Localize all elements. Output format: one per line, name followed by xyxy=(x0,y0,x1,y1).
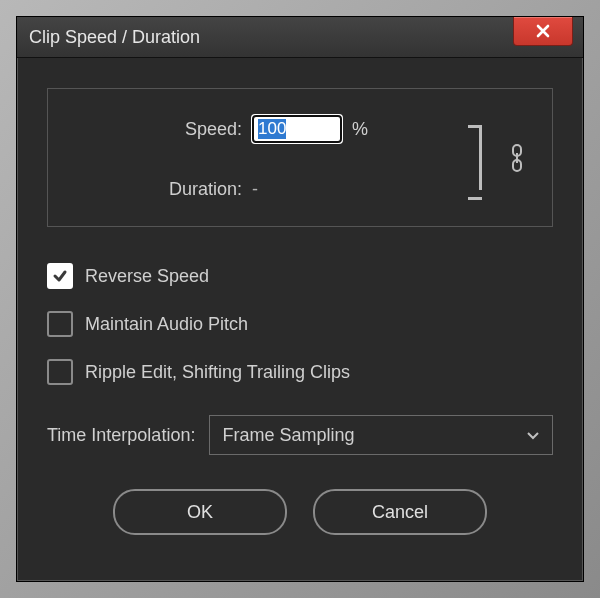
cancel-button[interactable]: Cancel xyxy=(313,489,487,535)
speed-duration-group: Speed: % Duration: - xyxy=(47,88,553,227)
titlebar-title: Clip Speed / Duration xyxy=(29,27,200,48)
close-icon xyxy=(535,23,551,39)
duration-row: Duration: - xyxy=(72,179,450,200)
checkbox-box xyxy=(47,263,73,289)
ok-button[interactable]: OK xyxy=(113,489,287,535)
dialog-buttons: OK Cancel xyxy=(47,489,553,535)
dialog-body: Speed: % Duration: - xyxy=(17,58,583,555)
speed-label: Speed: xyxy=(72,119,242,140)
speed-unit: % xyxy=(352,119,368,140)
checkbox-box xyxy=(47,359,73,385)
speed-input[interactable] xyxy=(252,115,342,143)
chevron-down-icon xyxy=(526,428,540,442)
checkbox-label: Reverse Speed xyxy=(85,266,209,287)
checkmark-icon xyxy=(52,268,68,284)
link-icon[interactable] xyxy=(510,144,524,172)
speed-row: Speed: % xyxy=(72,115,450,143)
button-label: Cancel xyxy=(372,502,428,523)
checkbox-box xyxy=(47,311,73,337)
select-value: Frame Sampling xyxy=(222,425,354,446)
titlebar: Clip Speed / Duration xyxy=(17,17,583,58)
checkbox-label: Maintain Audio Pitch xyxy=(85,314,248,335)
time-interpolation-select[interactable]: Frame Sampling xyxy=(209,415,553,455)
reverse-speed-checkbox[interactable]: Reverse Speed xyxy=(47,263,553,289)
checkbox-group: Reverse Speed Maintain Audio Pitch Rippl… xyxy=(47,263,553,385)
close-button[interactable] xyxy=(513,17,573,46)
dialog-window: Clip Speed / Duration Speed: % Duration:… xyxy=(16,16,584,582)
duration-value: - xyxy=(252,179,258,200)
link-bracket xyxy=(464,115,492,200)
time-interpolation-row: Time Interpolation: Frame Sampling xyxy=(47,415,553,455)
ripple-edit-checkbox[interactable]: Ripple Edit, Shifting Trailing Clips xyxy=(47,359,553,385)
button-label: OK xyxy=(187,502,213,523)
duration-label: Duration: xyxy=(72,179,242,200)
maintain-pitch-checkbox[interactable]: Maintain Audio Pitch xyxy=(47,311,553,337)
checkbox-label: Ripple Edit, Shifting Trailing Clips xyxy=(85,362,350,383)
time-interpolation-label: Time Interpolation: xyxy=(47,425,195,446)
